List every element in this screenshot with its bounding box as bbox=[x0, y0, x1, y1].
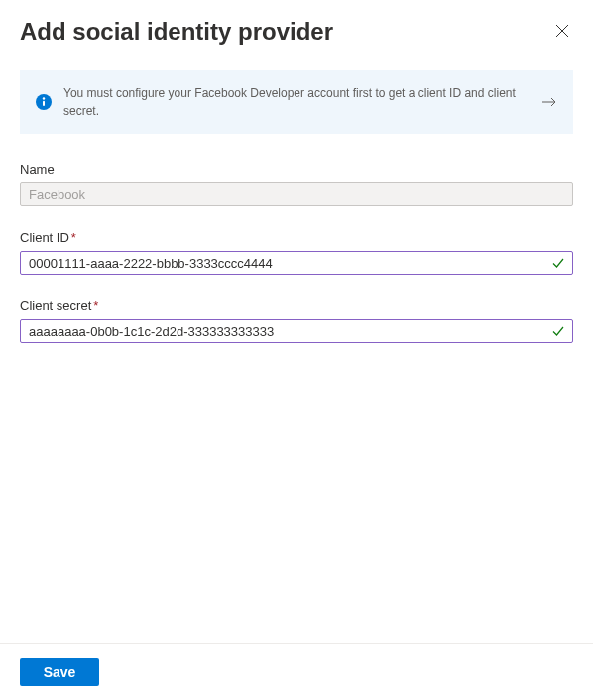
info-icon bbox=[36, 94, 52, 110]
close-icon bbox=[555, 24, 569, 41]
client-id-input[interactable] bbox=[20, 251, 573, 275]
name-input[interactable] bbox=[20, 182, 573, 206]
svg-rect-4 bbox=[43, 101, 45, 106]
footer-bar: Save bbox=[0, 643, 593, 700]
page-title: Add social identity provider bbox=[20, 16, 333, 47]
client-secret-input[interactable] bbox=[20, 319, 573, 343]
close-button[interactable] bbox=[551, 20, 573, 45]
client-secret-label: Client secret* bbox=[20, 298, 573, 313]
info-banner: You must configure your Facebook Develop… bbox=[20, 70, 573, 134]
required-indicator: * bbox=[93, 298, 98, 313]
required-indicator: * bbox=[71, 230, 76, 245]
info-banner-text: You must configure your Facebook Develop… bbox=[63, 84, 530, 120]
checkmark-icon bbox=[551, 324, 565, 338]
svg-point-3 bbox=[43, 97, 45, 99]
checkmark-icon bbox=[551, 256, 565, 270]
client-id-label: Client ID* bbox=[20, 230, 573, 245]
arrow-right-icon[interactable] bbox=[541, 97, 557, 107]
name-label: Name bbox=[20, 162, 573, 176]
save-button[interactable]: Save bbox=[20, 658, 99, 686]
